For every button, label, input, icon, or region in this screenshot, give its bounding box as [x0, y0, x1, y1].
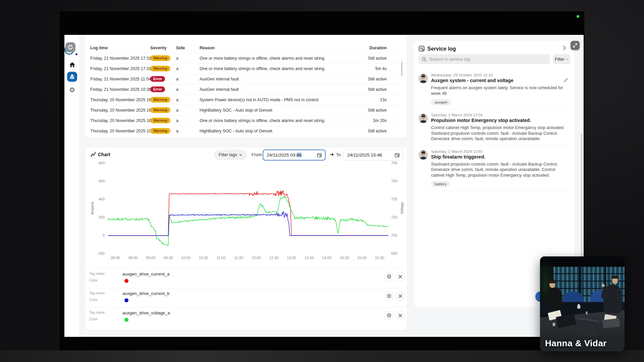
table-row[interactable]: Thursday, 20 November 2025 16:06 Warning…: [85, 105, 407, 115]
table-row[interactable]: Thursday, 20 November 2025 16:06 Warning…: [85, 95, 407, 105]
tag-color-dot[interactable]: [124, 298, 128, 302]
x-tick-label: 14:00: [320, 256, 333, 260]
entry-title: Ship firealarm triggered.: [431, 154, 570, 160]
color-label: Color: [89, 278, 98, 282]
toggle-visibility-button[interactable]: [385, 311, 393, 320]
service-log-entry[interactable]: Saturday, 2 March 2024 13:56 Propulsion …: [419, 113, 570, 142]
log-time-cell: Friday, 21 November 2025 10:36: [90, 87, 151, 92]
search-input[interactable]: [429, 56, 547, 62]
home-icon: [69, 62, 75, 67]
table-row[interactable]: Thursday, 20 November 2025 16:02 Warning…: [85, 115, 407, 126]
series-auxgen_drive_current_b: [108, 212, 388, 236]
severity-badge: Warning: [150, 66, 170, 71]
table-row[interactable]: Friday, 21 November 2025 11:04 Error a A…: [85, 74, 407, 84]
avatar-photo: [419, 114, 428, 123]
arrow-right-icon: ➔: [330, 152, 334, 158]
entry-body: Control cabinet High Temp, propulsion mo…: [431, 125, 570, 142]
entry-timestamp: Saturday, 2 March 2024 13:55: [431, 149, 570, 154]
entry-body: Frequent alarms on auxgen system lately.…: [431, 85, 570, 96]
tag-color-dot[interactable]: [124, 318, 128, 322]
right-tick-label: 750: [391, 179, 397, 183]
left-tick-label: 0: [91, 233, 105, 237]
person-right-hand: [602, 284, 605, 287]
service-log-entry[interactable]: Saturday, 2 March 2024 13:55 Ship fireal…: [419, 149, 570, 187]
service-log-search[interactable]: [419, 54, 550, 64]
sidebar-item-home[interactable]: [64, 62, 80, 67]
calendar-icon[interactable]: [317, 153, 322, 158]
water-glass: [586, 311, 588, 314]
tag-color-dot[interactable]: [124, 279, 128, 283]
chart-plot[interactable]: [108, 162, 388, 255]
column-header-side: Side: [176, 46, 185, 50]
expand-arrows-icon: [573, 43, 577, 48]
right-tick-label: 765: [391, 161, 397, 165]
log-time-cell: Thursday, 20 November 2025 16:02: [90, 118, 151, 123]
app-logo[interactable]: [64, 42, 80, 57]
side-cell: a: [176, 77, 178, 81]
app-window: ⚙ Log time Severity Side Reason Duration…: [64, 35, 584, 337]
side-cell: a: [176, 66, 178, 71]
color-label: Color: [89, 317, 98, 321]
log-time-cell: Friday, 21 November 2025 17:31: [90, 56, 151, 61]
column-header-severity: Severity: [150, 46, 167, 50]
x-tick-label: 08:30: [126, 256, 140, 260]
severity-badge: Warning: [150, 107, 170, 113]
sidebar-item-settings[interactable]: ⚙: [64, 86, 80, 93]
left-tick-label: 800: [91, 161, 105, 165]
table-row[interactable]: Friday, 21 November 2025 17:31 Warning a…: [85, 63, 407, 74]
to-label: To: [336, 152, 341, 157]
gear-icon: ⚙: [69, 86, 75, 93]
tag-name-label: Tag name: [89, 291, 105, 295]
laptop: [575, 317, 599, 337]
table-scrollbar[interactable]: [401, 62, 402, 76]
table-row[interactable]: Friday, 21 November 2025 17:31 Warning a…: [85, 53, 407, 63]
remove-tag-button[interactable]: [396, 311, 405, 320]
entry-tags: auxgen: [431, 99, 570, 105]
edit-pencil-icon[interactable]: [564, 78, 568, 82]
toggle-visibility-button[interactable]: [385, 272, 393, 281]
chevron-right-icon[interactable]: [563, 46, 566, 50]
entry-timestamp: Wednesday, 29 October 2025 13:10: [431, 73, 570, 77]
left-tick-label: 600: [91, 179, 105, 183]
severity-badge: Error: [150, 86, 165, 92]
x-tick-label: 13:00: [285, 256, 298, 260]
sidebar-item-vessel[interactable]: [67, 72, 77, 82]
x-tick-label: 10:30: [197, 256, 210, 260]
left-tick-label: 200: [91, 215, 105, 219]
refresh-logo-icon: [65, 42, 75, 52]
entry-tag-chip[interactable]: battery: [431, 181, 450, 187]
service-filter-button[interactable]: Filter: [553, 54, 570, 64]
x-tick-label: 11:30: [232, 256, 246, 260]
expand-panel-button[interactable]: [571, 41, 580, 50]
to-datetime-input[interactable]: 24/11/2025 15:46: [343, 149, 403, 161]
table-header: Log time Severity Side Reason Duration: [85, 46, 407, 52]
entry-title: Propulsion motor Emergency stop activate…: [431, 118, 570, 123]
close-icon: [398, 275, 402, 279]
table-row[interactable]: Thursday, 20 November 2025 10:27 Warning…: [85, 126, 407, 136]
table-row[interactable]: Friday, 21 November 2025 10:36 Error a A…: [85, 84, 407, 95]
remove-tag-button[interactable]: [396, 292, 405, 300]
from-datetime-input[interactable]: 24/11/2025 03:46: [263, 149, 326, 161]
eye-icon: [387, 274, 391, 279]
entry-tag-chip[interactable]: auxgen: [431, 99, 451, 105]
toggle-visibility-button[interactable]: [385, 292, 393, 300]
severity-badge: Warning: [150, 97, 170, 103]
tag-name-label: Tag name: [89, 310, 105, 314]
service-log-entry[interactable]: Wednesday, 29 October 2025 13:10 Auxgen …: [419, 73, 570, 105]
video-call-tile[interactable]: Hanna & Vidar: [540, 256, 625, 351]
filter-tags-button[interactable]: Filter tags: [214, 150, 247, 160]
duration-cell: Still active: [340, 56, 387, 61]
sidebar: ⚙: [64, 35, 80, 337]
x-tick-label: 09:30: [162, 256, 175, 260]
remove-tag-button[interactable]: [396, 272, 405, 281]
video-participants-label: Hanna & Vidar: [545, 338, 607, 349]
person-right-body: [603, 285, 622, 313]
alarm-log-card: Log time Severity Side Reason Duration F…: [85, 35, 407, 137]
tag-name-value: auxgen_drive_current_b: [122, 291, 169, 296]
severity-badge: Warning: [150, 128, 170, 134]
calendar-icon[interactable]: [395, 153, 399, 158]
right-tick-label: 735: [391, 197, 397, 201]
side-cell: a: [176, 108, 178, 113]
entry-divider: [419, 145, 570, 145]
chart-card: Chart Filter tags From 24/11/2025 03:46 …: [85, 147, 408, 330]
